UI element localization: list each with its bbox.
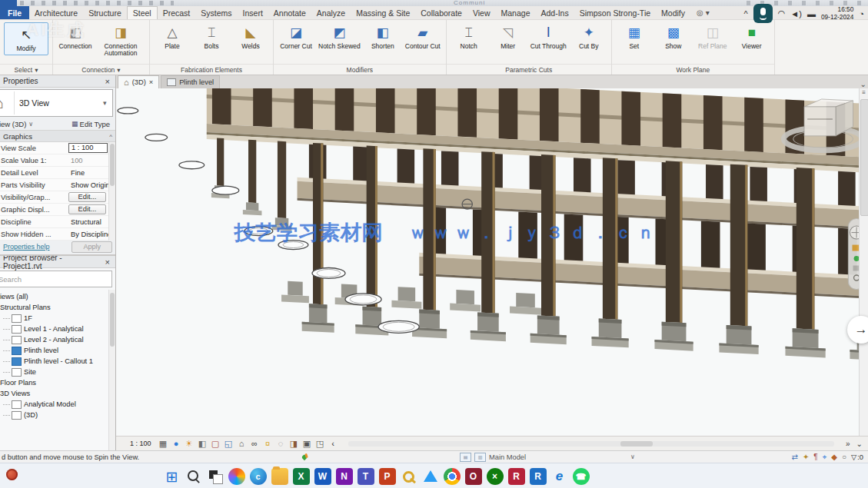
miter-button[interactable]: ◹Miter — [490, 22, 527, 51]
expand-icon[interactable]: ⌄ — [854, 440, 865, 448]
property-row-detail-level[interactable]: Detail LevelFine — [0, 167, 115, 179]
reveal-constraints-icon[interactable]: ◳ — [314, 438, 326, 449]
design-options-control[interactable]: ▤ ▥ Main Model ∨ — [460, 453, 635, 462]
notification-icon[interactable]: ◔ — [859, 9, 864, 18]
excel-icon[interactable]: X — [293, 468, 310, 485]
chevron-down-icon[interactable]: ▾ — [706, 8, 710, 17]
copilot-icon[interactable] — [228, 468, 245, 485]
locked-3d-icon[interactable]: ⌂ — [236, 438, 248, 449]
ribbon-tab-insert[interactable]: Insert — [238, 6, 268, 19]
type-selector[interactable]: ⌂ 3D View ▾ — [0, 89, 113, 117]
ribbon-tab-modify[interactable]: Modify — [656, 6, 690, 19]
browser-search-input[interactable]: Search — [0, 271, 112, 287]
panel-title-parametric-cuts[interactable]: Parametric Cuts — [447, 64, 611, 75]
key-icon[interactable] — [401, 468, 417, 485]
app-menu-corner[interactable] — [0, 0, 17, 6]
pan-right-icon[interactable]: » — [843, 440, 853, 448]
teams-icon[interactable]: T — [358, 468, 374, 485]
active-design-option[interactable]: Main Model — [489, 453, 604, 461]
connection-automation-button[interactable]: ◨Connection Automation — [96, 22, 145, 58]
storage-icon[interactable]: ▬ — [807, 9, 816, 18]
powerpoint-icon[interactable]: P — [379, 468, 396, 485]
sun-path-icon[interactable]: ☀ — [184, 438, 195, 449]
tree-item-plinth-level-callout-1[interactable]: Plinth level - Callout 1 — [0, 356, 115, 367]
edit-type-button[interactable]: ▦ Edit Type — [69, 119, 112, 129]
plate-button[interactable]: △Plate — [154, 22, 191, 51]
select-links-icon[interactable]: ⇄ — [792, 453, 798, 461]
press-drag-icon[interactable]: ○ — [842, 453, 846, 461]
worksharing-display-icon[interactable]: ◌ — [275, 438, 287, 449]
modify-button[interactable]: ↖Modify — [4, 22, 48, 55]
blue-app-icon[interactable]: c — [250, 468, 267, 485]
properties-scrollbar[interactable] — [108, 142, 115, 241]
tree-item-plinth-level[interactable]: Plinth level — [0, 345, 115, 356]
revit-blue-icon[interactable]: R — [530, 468, 547, 485]
scrollbar-menu-icon[interactable]: ≡ — [860, 89, 868, 96]
tree-item-3d-views[interactable]: −3D Views — [0, 388, 115, 399]
view-tabs-menu-icon[interactable]: ⌄ — [860, 80, 866, 88]
cut-through-button[interactable]: ⅠCut Through — [529, 22, 568, 51]
welds-button[interactable]: ◣Welds — [232, 22, 269, 51]
shorten-button[interactable]: ◧Shorten — [364, 22, 401, 51]
property-value[interactable]: Edit... — [68, 204, 106, 214]
panel-title-connection[interactable]: Connection▾ — [53, 64, 149, 75]
collapse-icon[interactable]: ^ — [109, 133, 112, 140]
internet-explorer-icon[interactable]: e — [551, 468, 568, 485]
visual-style-icon[interactable]: ● — [171, 438, 182, 449]
drive-icon[interactable] — [422, 468, 439, 485]
crop-region-icon[interactable]: ◱ — [223, 438, 234, 449]
wifi-icon[interactable]: ◠ — [778, 8, 786, 18]
drag-on-selection-icon[interactable]: ◆ — [831, 453, 837, 461]
ribbon-tab-annotate[interactable]: Annotate — [268, 6, 311, 19]
notch-button[interactable]: ⌶Notch — [451, 22, 487, 51]
property-value[interactable]: Edit... — [68, 192, 106, 202]
reveal-hidden-icon[interactable]: ¤ — [262, 438, 274, 449]
ribbon-tab-view[interactable]: View — [467, 6, 496, 19]
onenote-icon[interactable]: N — [336, 468, 353, 485]
temporary-view-properties-icon[interactable]: ◨ — [288, 438, 300, 449]
property-row-parts-visibility[interactable]: Parts VisibilityShow Original — [0, 179, 115, 191]
view-tab-plinth-level[interactable]: Plinth level — [161, 75, 220, 88]
ribbon-tab-add-ins[interactable]: Add-Ins — [535, 6, 574, 19]
xbox-icon[interactable]: × — [487, 468, 504, 485]
ribbon-tab-systems[interactable]: Systems — [195, 6, 237, 19]
tree-item-3d[interactable]: (3D) — [0, 410, 115, 420]
panel-title-modifiers[interactable]: Modifiers — [274, 64, 446, 75]
quick-access-toolbar[interactable] — [20, 1, 174, 5]
displaced-elements-icon[interactable]: ▣ — [301, 438, 313, 449]
browser-scrollbar[interactable] — [108, 290, 115, 450]
contour-cut-button[interactable]: ▰Contour Cut — [404, 22, 442, 51]
ribbon-tab-file[interactable]: File — [0, 6, 29, 19]
shadows-icon[interactable]: ◧ — [197, 438, 208, 449]
tree-item-level-2-analytical[interactable]: Level 2 - Analytical — [0, 334, 115, 345]
close-icon[interactable]: × — [103, 257, 112, 267]
set-button[interactable]: ▦Set — [616, 22, 653, 51]
ribbon-tab-analyze[interactable]: Analyze — [311, 6, 351, 19]
tree-item-views-all[interactable]: Views (all) — [0, 291, 115, 302]
instance-selector[interactable]: 3D View (3D) — [0, 120, 26, 128]
chevron-down-icon[interactable]: ▾ — [103, 99, 112, 107]
word-icon[interactable]: W — [314, 468, 331, 485]
start-icon[interactable]: ⊞ — [164, 468, 181, 485]
ribbon-tab-simpson-strong-tie[interactable]: Simpson Strong-Tie — [574, 6, 656, 19]
tree-item-1f[interactable]: 1F — [0, 313, 115, 324]
ribbon-tab-precast[interactable]: Precast — [158, 6, 196, 19]
ribbon-tab-steel[interactable]: Steel — [127, 6, 158, 19]
panel-title-fabrication-elements[interactable]: Fabrication Elements — [150, 64, 273, 75]
close-icon[interactable]: × — [103, 77, 112, 86]
horizontal-scrollbar[interactable] — [348, 441, 835, 447]
revit-red-icon[interactable]: R — [508, 468, 525, 485]
tree-item-site[interactable]: Site — [0, 367, 115, 377]
clock[interactable]: 16:5009-12-2024 — [821, 6, 853, 22]
property-row-scale-value-1[interactable]: Scale Value 1:100 — [0, 154, 115, 167]
property-row-visibility-grap[interactable]: Visibility/Grap...Edit... — [0, 191, 115, 204]
model-canvas[interactable]: 技艺学习素材网 ｗｗｗ．ｊｙ３ｄ．ｃｎ — [116, 88, 868, 436]
show-button[interactable]: ▩Show — [655, 22, 692, 51]
apply-button[interactable]: Apply — [72, 241, 112, 253]
property-row-view-scale[interactable]: View Scale1 : 100 — [0, 142, 115, 154]
temporary-hide-isolate-icon[interactable]: ∞ — [249, 438, 261, 449]
corner-cut-button[interactable]: ◪Corner Cut — [278, 22, 314, 51]
file-explorer-icon[interactable] — [271, 468, 288, 485]
selection-filter[interactable]: ▽:0 — [851, 453, 863, 461]
worksets-icon[interactable]: ▤ — [460, 453, 471, 462]
